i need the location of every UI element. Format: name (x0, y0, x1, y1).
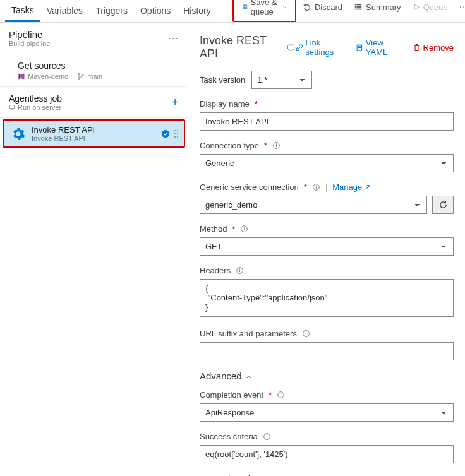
svg-rect-2 (244, 7, 246, 8)
branch-icon (77, 73, 85, 80)
info-icon[interactable] (287, 43, 295, 52)
svg-point-21 (291, 45, 292, 46)
display-name-input[interactable] (200, 112, 454, 131)
svg-point-18 (174, 136, 176, 138)
pipeline-header[interactable]: Pipeline Build pipeline ··· (0, 23, 188, 54)
svg-rect-8 (356, 9, 361, 10)
refresh-button[interactable] (432, 196, 454, 214)
info-icon[interactable] (277, 391, 285, 399)
svg-rect-5 (355, 6, 356, 8)
save-icon (243, 3, 248, 11)
job-title: Agentless job (9, 93, 62, 104)
view-yaml-button[interactable]: View YAML (356, 38, 404, 57)
svg-rect-4 (356, 4, 361, 6)
info-icon[interactable] (240, 225, 248, 233)
tab-triggers[interactable]: Triggers (89, 1, 134, 22)
tab-history[interactable]: History (177, 1, 217, 22)
chevron-down-icon (283, 4, 286, 10)
link-icon (296, 44, 303, 52)
connection-type-label: Connection type (200, 141, 259, 150)
svg-point-9 (78, 73, 80, 74)
svg-rect-7 (355, 9, 356, 10)
external-icon (365, 184, 371, 191)
completion-event-select[interactable]: ApiResponse (200, 403, 454, 422)
svg-point-16 (174, 133, 176, 134)
svg-point-19 (177, 136, 178, 138)
toolbar: Save & queue Discard Summary Queue ··· (229, 0, 465, 22)
svg-point-14 (174, 130, 176, 131)
svg-point-10 (78, 78, 80, 80)
top-tabs: Tasks Variables Triggers Options History… (0, 0, 465, 23)
url-suffix-label: URL suffix and parameters (200, 329, 297, 338)
headers-label: Headers (200, 266, 231, 275)
manage-link[interactable]: Manage (332, 182, 371, 192)
task-invoke-rest-api[interactable]: Invoke REST API Invoke REST API (4, 121, 184, 146)
display-name-label: Display name (200, 99, 250, 109)
info-icon[interactable] (236, 266, 244, 275)
queue-button: Queue (408, 0, 453, 15)
svg-rect-3 (355, 4, 356, 6)
gear-icon (11, 127, 25, 141)
method-select[interactable]: GET (200, 237, 454, 256)
repo-icon (18, 73, 25, 80)
yaml-icon (356, 44, 363, 52)
svg-point-11 (82, 74, 83, 76)
svg-point-36 (267, 435, 267, 436)
svg-point-17 (177, 133, 178, 134)
success-criteria-input[interactable] (200, 445, 454, 463)
save-queue-button[interactable]: Save & queue (238, 0, 291, 20)
svg-point-30 (239, 269, 240, 270)
info-icon[interactable] (272, 141, 281, 150)
service-connection-select[interactable]: generic_demo (200, 196, 427, 214)
server-icon (9, 104, 15, 110)
play-icon (413, 3, 420, 11)
method-label: Method (200, 224, 227, 234)
url-suffix-input[interactable] (200, 342, 454, 360)
svg-point-26 (316, 186, 317, 186)
sidebar: Pipeline Build pipeline ··· Get sources … (0, 23, 188, 476)
get-sources[interactable]: Get sources Maven-demo main (0, 54, 188, 87)
svg-rect-12 (10, 105, 15, 109)
trash-icon (413, 44, 421, 52)
branch-name: main (87, 73, 102, 80)
svg-rect-6 (356, 6, 361, 8)
pipeline-more-button[interactable]: ··· (169, 33, 179, 44)
remove-button[interactable]: Remove (413, 38, 454, 57)
svg-point-34 (281, 393, 281, 394)
task-version-label: Task version (200, 75, 245, 85)
task-type: Invoke REST API (32, 134, 155, 142)
link-settings-button[interactable]: Link settings (296, 38, 347, 57)
service-connection-label: Generic service connection (200, 182, 299, 192)
svg-point-28 (245, 227, 245, 228)
info-icon[interactable] (312, 183, 320, 191)
success-criteria-label: Success criteria (200, 432, 258, 441)
agentless-job[interactable]: Agentless job Run on server + (0, 87, 188, 118)
control-options-section-toggle[interactable]: Control Options﹀ (200, 473, 454, 476)
info-icon[interactable] (302, 330, 310, 338)
job-subtitle: Run on server (18, 104, 61, 111)
headers-textarea[interactable]: { "Content-Type":"application/json" } (200, 279, 454, 317)
discard-button[interactable]: Discard (298, 0, 347, 15)
advanced-section-toggle[interactable]: Advanced︿ (200, 371, 454, 381)
refresh-icon (438, 200, 448, 210)
list-icon (354, 3, 363, 11)
main-panel: Invoke REST API Link settings View YAML … (188, 23, 465, 476)
info-icon[interactable] (263, 432, 271, 441)
panel-title: Invoke REST API (200, 34, 282, 61)
more-button[interactable]: ··· (454, 0, 465, 16)
drag-handle-icon[interactable] (174, 129, 179, 139)
tab-tasks[interactable]: Tasks (5, 0, 40, 22)
svg-point-15 (177, 130, 178, 131)
tab-options[interactable]: Options (134, 1, 177, 22)
svg-point-24 (276, 144, 277, 145)
summary-button[interactable]: Summary (349, 0, 406, 15)
add-task-button[interactable]: + (171, 95, 179, 110)
get-sources-title: Get sources (18, 61, 179, 71)
check-icon (161, 129, 170, 138)
tab-variables[interactable]: Variables (40, 1, 89, 22)
task-version-select[interactable]: 1.* (251, 71, 312, 89)
svg-rect-1 (244, 5, 246, 6)
chevron-up-icon: ︿ (246, 371, 253, 381)
completion-event-label: Completion event (200, 390, 263, 400)
connection-type-select[interactable]: Generic (200, 154, 454, 172)
